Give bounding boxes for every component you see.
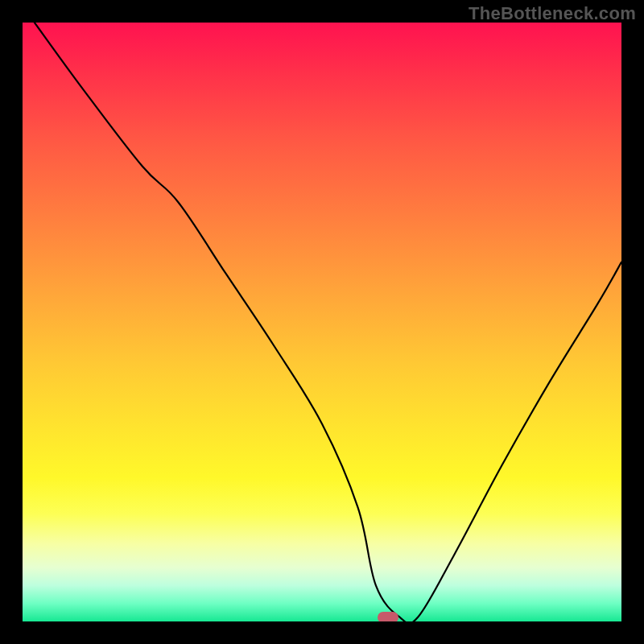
optimal-marker (378, 612, 398, 621)
plot-area (23, 23, 621, 621)
bottleneck-curve (23, 23, 621, 621)
curve-path (35, 23, 621, 621)
watermark-text: TheBottleneck.com (469, 3, 636, 24)
chart-frame: TheBottleneck.com (0, 0, 644, 644)
